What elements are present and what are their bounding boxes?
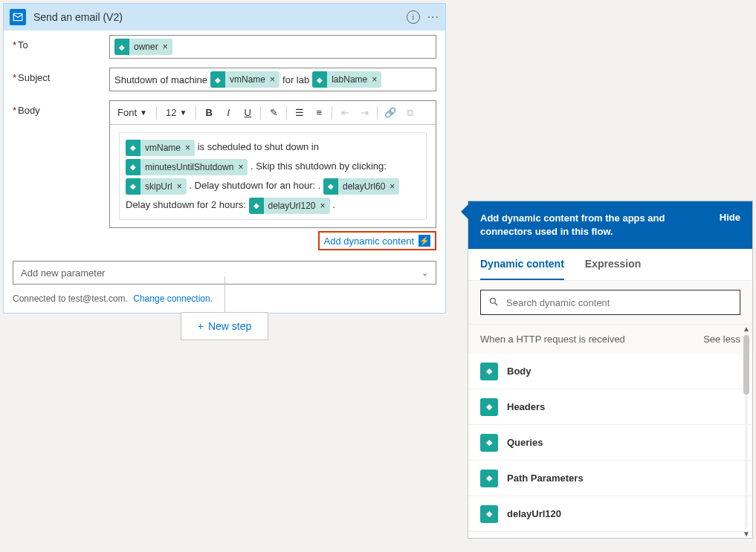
search-wrap: [468, 281, 752, 324]
dynamic-search[interactable]: [480, 290, 740, 315]
indent-button[interactable]: ⇥: [358, 107, 371, 118]
token-icon: ◆: [480, 398, 498, 416]
token-remove-icon[interactable]: ×: [270, 74, 275, 85]
lightning-icon: ⚡: [419, 235, 430, 247]
highlight-button[interactable]: ✎: [267, 107, 280, 118]
panel-pointer-icon: [461, 204, 468, 219]
body-row: *Body Font▼ 12▼ B I U ✎ ☰: [4, 96, 445, 255]
token-delay120[interactable]: ◆delayUrl120×: [249, 198, 330, 214]
subject-label: *Subject: [13, 68, 109, 83]
dynamic-item-delay60[interactable]: ◆delayUrl60: [468, 532, 752, 538]
token-icon: ◆: [249, 198, 264, 214]
toolbar-separator: [156, 106, 157, 120]
token-icon: ◆: [126, 159, 140, 175]
add-dynamic-row: Add dynamic content ⚡: [109, 228, 436, 250]
dynamic-scroll-area: When a HTTP request is received See less…: [468, 324, 752, 538]
scroll-thumb[interactable]: [743, 335, 749, 394]
toolbar-separator: [332, 106, 332, 120]
body-field: Font▼ 12▼ B I U ✎ ☰ ≡ ⇤ ⇥: [109, 100, 436, 228]
token-icon: ◆: [126, 178, 140, 195]
dynamic-item-delay120[interactable]: ◆delayUrl120: [468, 496, 752, 532]
token-icon: ◆: [114, 39, 129, 55]
subject-field[interactable]: Shutdown of machine ◆ vmName × for lab ◆…: [109, 68, 436, 91]
body-label: *Body: [13, 100, 109, 116]
chevron-down-icon: ▼: [140, 108, 147, 117]
italic-button[interactable]: I: [222, 107, 235, 118]
code-button[interactable]: ⧉: [403, 107, 416, 119]
token-icon: ◆: [126, 140, 140, 156]
dynamic-item-body[interactable]: ◆Body: [468, 354, 752, 389]
card-menu-icon[interactable]: ···: [427, 10, 439, 24]
token-delay60[interactable]: ◆delayUrl60×: [323, 178, 399, 195]
token-remove-icon[interactable]: ×: [372, 74, 377, 85]
font-select[interactable]: Font▼: [114, 107, 150, 118]
dynamic-panel-header: Add dynamic content from the apps and co…: [468, 201, 752, 249]
search-icon: [488, 296, 499, 309]
connector-line: [224, 276, 225, 312]
hide-button[interactable]: Hide: [720, 212, 740, 223]
bullets-button[interactable]: ☰: [293, 107, 306, 118]
tab-expression[interactable]: Expression: [585, 249, 641, 280]
token-remove-icon[interactable]: ×: [185, 139, 190, 157]
token-icon: ◆: [210, 71, 225, 88]
info-icon[interactable]: i: [407, 10, 420, 24]
token-remove-icon[interactable]: ×: [177, 178, 182, 195]
subject-row: *Subject Shutdown of machine ◆ vmName × …: [4, 63, 445, 96]
token-skipurl[interactable]: ◆skipUrl×: [126, 178, 187, 195]
token-icon: ◆: [480, 505, 498, 523]
plus-icon: +: [198, 320, 204, 332]
dynamic-tabs: Dynamic content Expression: [468, 249, 752, 281]
toolbar-separator: [196, 106, 196, 120]
token-labname[interactable]: ◆ labName ×: [312, 71, 381, 88]
scroll-down-icon[interactable]: ▼: [742, 530, 751, 538]
change-connection-link[interactable]: Change connection.: [133, 293, 213, 304]
content-group-header: When a HTTP request is received See less: [468, 325, 752, 354]
toolbar-separator: [377, 106, 378, 120]
token-icon: ◆: [480, 470, 498, 487]
body-editor[interactable]: ◆vmName× is scheduled to shut down in ◆m…: [110, 125, 436, 227]
token-remove-icon[interactable]: ×: [320, 197, 326, 215]
body-content[interactable]: ◆vmName× is scheduled to shut down in ◆m…: [119, 132, 427, 220]
svg-point-1: [490, 298, 495, 303]
dynamic-item-headers[interactable]: ◆Headers: [468, 389, 752, 425]
token-vmname[interactable]: ◆ vmName ×: [210, 71, 280, 88]
toolbar-separator: [260, 106, 261, 120]
scrollbar[interactable]: ▲ ▼: [742, 325, 751, 538]
token-vmname[interactable]: ◆vmName×: [126, 140, 195, 156]
token-remove-icon[interactable]: ×: [238, 158, 243, 176]
link-button[interactable]: 🔗: [384, 107, 397, 118]
token-minutes[interactable]: ◆minutesUntilShutdown×: [126, 159, 248, 175]
to-row: *To ◆ owner ×: [4, 30, 445, 63]
token-remove-icon[interactable]: ×: [390, 178, 395, 195]
underline-button[interactable]: U: [241, 107, 254, 118]
dynamic-item-path[interactable]: ◆Path Parameters: [468, 461, 752, 496]
dynamic-content-panel: Add dynamic content from the apps and co…: [468, 201, 753, 539]
outdent-button[interactable]: ⇤: [338, 107, 352, 118]
search-input[interactable]: [506, 297, 732, 308]
tab-dynamic-content[interactable]: Dynamic content: [480, 249, 564, 280]
outlook-icon: [10, 9, 26, 25]
token-icon: ◆: [480, 434, 498, 452]
token-icon: ◆: [480, 363, 498, 380]
token-remove-icon[interactable]: ×: [163, 42, 168, 52]
numbered-button[interactable]: ≡: [312, 107, 326, 118]
card-header: Send an email (V2) i ···: [4, 4, 445, 30]
size-select[interactable]: 12▼: [163, 107, 190, 118]
chevron-down-icon: ▼: [179, 108, 187, 117]
token-owner[interactable]: ◆ owner ×: [114, 39, 172, 55]
see-less-button[interactable]: See less: [703, 334, 740, 345]
email-action-card: Send an email (V2) i ··· *To ◆ owner × *…: [3, 3, 446, 314]
add-dynamic-content-button[interactable]: Add dynamic content ⚡: [318, 231, 436, 250]
svg-line-2: [495, 303, 498, 306]
token-icon: ◆: [312, 71, 327, 88]
to-field[interactable]: ◆ owner ×: [109, 35, 436, 59]
dynamic-item-queries[interactable]: ◆Queries: [468, 425, 752, 461]
new-step-area: + New step: [0, 312, 449, 340]
chevron-down-icon: ⌄: [421, 268, 428, 278]
card-title: Send an email (V2): [33, 11, 407, 23]
scroll-up-icon[interactable]: ▲: [742, 325, 751, 333]
to-label: *To: [13, 35, 109, 51]
toolbar-separator: [286, 106, 287, 120]
bold-button[interactable]: B: [202, 107, 216, 118]
new-step-button[interactable]: + New step: [181, 312, 269, 340]
